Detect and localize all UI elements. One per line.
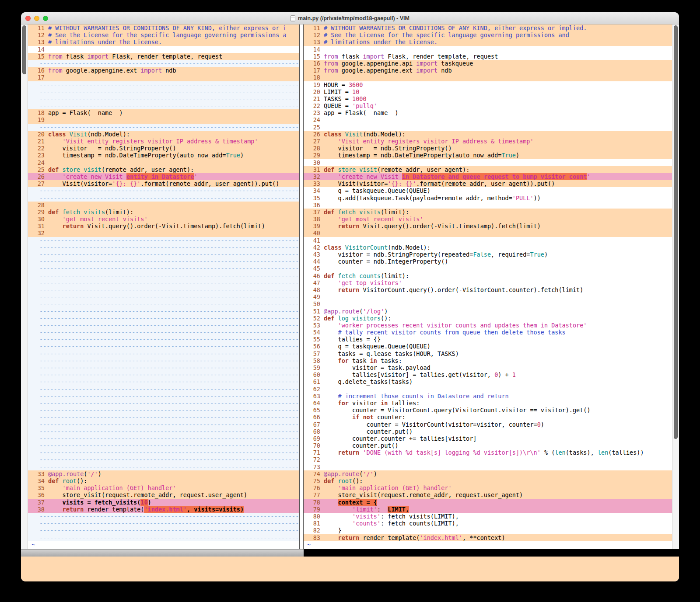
code-line: 27 Visit(visitor='{}: {}'.format(remote_… [28, 180, 299, 187]
line-number: 42 [307, 244, 320, 251]
diff-filler-line: ----------------------------------------… [28, 350, 299, 357]
code-token [334, 315, 338, 322]
code-line: 33 Visit(visitor='{}: {}'.format(remote_… [304, 180, 672, 187]
left-scrollbar[interactable] [21, 24, 28, 549]
code-token: (remote_addr, user_agent): [102, 166, 194, 173]
line-number: 14 [307, 46, 320, 53]
diff-filler-line: ----------------------------------------… [28, 244, 299, 251]
line-number: 35 [32, 484, 45, 491]
filler-dashes: ----------------------------------------… [39, 95, 299, 102]
code-token [48, 216, 63, 223]
line-number: 26 [32, 173, 45, 180]
code-token [324, 329, 338, 336]
code-token: def [48, 477, 59, 484]
code-token: for [338, 400, 349, 407]
minimize-button[interactable] [34, 16, 39, 21]
code-line: 61 q.delete_tasks(tasks) [304, 378, 672, 385]
code-token [48, 506, 63, 513]
code-line: 58 for task in tasks: [304, 357, 672, 364]
nontext-tilde-line: ~ [28, 541, 299, 548]
right-scrollbar-thumb[interactable] [674, 25, 678, 439]
code-line: 49 [304, 293, 672, 300]
code-token [324, 357, 338, 364]
code-line: 21 'Visit entity registers visitor IP ad… [28, 138, 299, 145]
diff-filler-line: ----------------------------------------… [28, 88, 299, 95]
diff-filler-line: ----------------------------------------… [28, 414, 299, 421]
line-number: 73 [307, 463, 320, 470]
line-number: 71 [307, 449, 320, 456]
line-number: 70 [307, 442, 320, 449]
split-divider[interactable] [299, 24, 304, 549]
line-number: 25 [32, 166, 45, 173]
code-token: Flask, render_template, request [108, 53, 222, 60]
code-token [324, 138, 338, 145]
code-line: 18 [304, 74, 672, 81]
line-number: 22 [32, 145, 45, 152]
code-line: 71 return 'DONE (with %d task[s] logging… [304, 449, 672, 456]
code-line: 32 [28, 230, 299, 237]
filler-dashes: ----------------------------------------… [39, 300, 299, 307]
line-number: 52 [307, 315, 320, 322]
command-line[interactable] [21, 557, 679, 581]
diff-filler-line: ----------------------------------------… [28, 187, 299, 194]
code-token [324, 173, 338, 180]
code-line: 77 store_visit(request.remote_addr, requ… [304, 491, 672, 498]
code-token: class [48, 131, 66, 138]
line-number: 16 [307, 60, 320, 67]
filler-dashes: ----------------------------------------… [39, 88, 299, 95]
diff-filler-line: ----------------------------------------… [28, 534, 299, 541]
code-line: 56 q = taskqueue.Queue(QUEUE) [304, 343, 672, 350]
code-token: True [501, 152, 516, 159]
code-token: Visit.query().order(-Visit.timestamp).fe… [84, 223, 265, 230]
filler-dashes: ----------------------------------------… [39, 124, 299, 131]
line-number: 60 [307, 371, 320, 378]
filler-dashes: ----------------------------------------… [39, 102, 299, 109]
zoom-button[interactable] [43, 16, 48, 21]
diff-filler-line: ----------------------------------------… [28, 279, 299, 286]
filler-dashes: ----------------------------------------… [39, 414, 299, 421]
code-token [48, 484, 63, 491]
close-button[interactable] [25, 16, 31, 21]
code-token: render_template( [84, 506, 144, 513]
line-number: 51 [307, 308, 320, 315]
left-scrollbar-thumb[interactable] [22, 25, 26, 74]
diff-filler-line: ----------------------------------------… [28, 378, 299, 385]
code-token: visitor [349, 400, 381, 407]
code-token: 10 [352, 88, 359, 95]
code-token: visits = fetch_visits( [63, 499, 141, 506]
code-token: in [370, 357, 377, 364]
code-token: (ndb.Model): [87, 131, 130, 138]
line-number: 11 [307, 24, 320, 31]
diff-pane-left[interactable]: 11# WITHOUT WARRANTIES OR CONDITIONS OF … [28, 24, 299, 549]
code-line: 37 visits = fetch_visits(10) [28, 499, 299, 506]
title-bar[interactable]: main.py (/private/tmp/mod18-gaepull) - V… [21, 12, 679, 24]
code-token [324, 506, 352, 513]
filler-dashes: ----------------------------------------… [39, 244, 299, 251]
diff-filler-line: ----------------------------------------… [28, 513, 299, 520]
filler-dashes: ----------------------------------------… [39, 378, 299, 385]
code-token: 'index.html' [420, 534, 462, 541]
code-token: } [324, 527, 342, 534]
filler-dashes: ----------------------------------------… [39, 272, 299, 279]
code-line: 72 [304, 456, 672, 463]
code-token [48, 173, 63, 180]
code-token: q.delete_tasks(tasks) [324, 378, 413, 385]
code-line: 62 [304, 386, 672, 393]
line-number: 80 [307, 513, 320, 520]
code-token: return [63, 506, 84, 513]
diff-pane-right[interactable]: 11# WITHOUT WARRANTIES OR CONDITIONS OF … [304, 24, 672, 549]
code-token: # increment those counts in Datastore an… [338, 393, 509, 400]
code-token: (tallies)) [608, 449, 644, 456]
code-token: (ndb.Model): [363, 131, 406, 138]
line-number: 54 [307, 329, 320, 336]
line-number: 31 [32, 223, 45, 230]
line-number: 29 [32, 209, 45, 216]
line-number: 66 [307, 414, 320, 421]
code-line: 42class VisitorCount(ndb.Model): [304, 244, 672, 251]
code-line: 70 counter.put() [304, 442, 672, 449]
code-line: 80 'visits': fetch_visits(LIMIT), [304, 513, 672, 520]
line-number: 18 [307, 74, 320, 81]
diff-filler-line: ----------------------------------------… [28, 251, 299, 258]
code-token [48, 138, 63, 145]
right-scrollbar[interactable] [672, 24, 679, 549]
